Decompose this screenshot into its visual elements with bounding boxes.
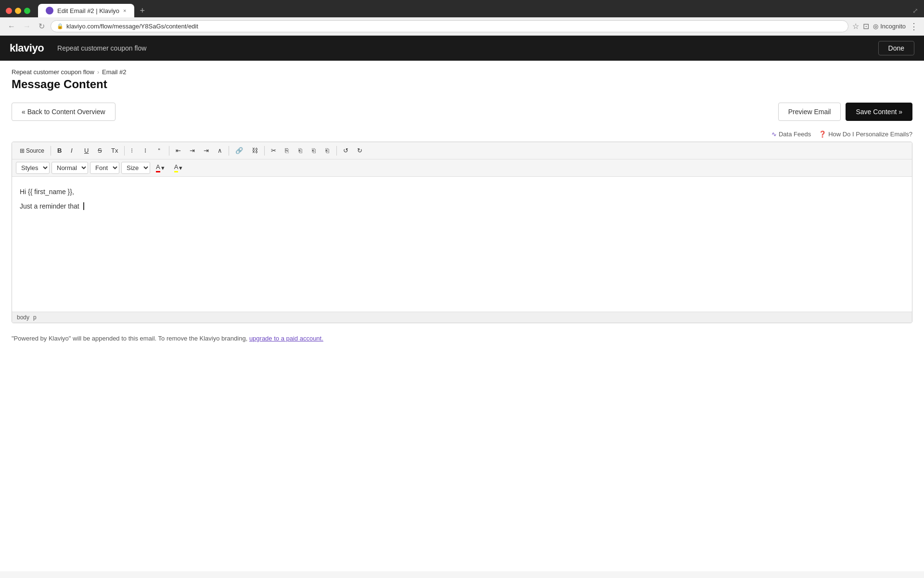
cut-button[interactable]: ✂ [267, 145, 280, 156]
breadcrumb-flow-link[interactable]: Repeat customer coupon flow [12, 68, 94, 76]
preview-email-button[interactable]: Preview Email [778, 103, 841, 121]
editor-line-1: Hi {{ first_name }}, [20, 186, 904, 197]
paste-text-button[interactable]: ⎗ [308, 145, 321, 156]
strikethrough-icon: S [98, 147, 102, 154]
editor-toolbar-row1: ⊞ Source B I U S Tx ⁝ ⁞ “ ⇤ ⇥ ⇥ ∧ 🔗 ⛓ ✂ … [12, 142, 912, 159]
fullscreen-traffic-light[interactable] [24, 8, 30, 14]
personalize-emails-link[interactable]: ❓ How Do I Personalize Emails? [819, 131, 912, 138]
format-select[interactable]: Normal [51, 162, 88, 174]
incognito-icon: ◎ [873, 23, 878, 30]
toolbar-divider-5 [264, 146, 265, 156]
undo-icon: ↺ [343, 147, 348, 154]
app-header: klaviyo Repeat customer coupon flow Done [0, 36, 924, 61]
breadcrumb: Repeat customer coupon flow › Email #2 [12, 68, 912, 76]
text-cursor [81, 202, 84, 210]
url-text: klaviyo.com/flow/message/Y8SaGs/content/… [66, 23, 842, 30]
paste-text-icon: ⎗ [312, 147, 316, 154]
done-button[interactable]: Done [878, 41, 914, 55]
action-bar: « Back to Content Overview Preview Email… [0, 95, 924, 129]
tab-label: Edit Email #2 | Klaviyo [57, 7, 119, 14]
align-right-button[interactable]: ⇥ [200, 145, 213, 156]
copy-button[interactable]: ⎘ [281, 145, 294, 156]
align-left-icon: ⇤ [176, 147, 181, 154]
unlink-button[interactable]: ⛓ [248, 145, 262, 156]
upgrade-link[interactable]: upgrade to a paid account. [249, 335, 323, 342]
styles-select[interactable]: Styles [16, 162, 50, 174]
blockquote-button[interactable]: “ [154, 145, 167, 156]
editor-line-2: Just a reminder that [20, 201, 904, 211]
toolbar-divider-6 [336, 146, 337, 156]
align-right-icon: ⇥ [204, 147, 209, 154]
italic-button[interactable]: I [67, 145, 79, 156]
cut-icon: ✂ [271, 147, 276, 154]
paste-button[interactable]: ⎗ [295, 145, 307, 156]
window-maximize: ⤢ [912, 7, 918, 14]
toolbar-divider-1 [51, 146, 51, 156]
editor-content[interactable]: Hi {{ first_name }}, Just a reminder tha… [12, 177, 912, 312]
back-nav-button[interactable]: ← [6, 21, 17, 32]
editor-container: ⊞ Source B I U S Tx ⁝ ⁞ “ ⇤ ⇥ ⇥ ∧ 🔗 ⛓ ✂ … [12, 142, 912, 323]
page-container: Repeat customer coupon flow › Email #2 M… [0, 61, 924, 571]
align-center-button[interactable]: ⇥ [186, 145, 199, 156]
tab-favicon [46, 7, 53, 14]
unlink-icon: ⛓ [252, 147, 258, 154]
italic-icon: I [71, 147, 73, 154]
back-to-content-button[interactable]: « Back to Content Overview [12, 103, 116, 121]
traffic-lights [6, 8, 30, 14]
align-left-button[interactable]: ⇤ [172, 145, 185, 156]
size-select[interactable]: Size [121, 162, 150, 174]
paste-word-icon: ⎗ [325, 147, 329, 154]
browser-tab[interactable]: Edit Email #2 | Klaviyo × [38, 4, 134, 17]
unordered-list-button[interactable]: ⁝ [127, 145, 140, 156]
redo-button[interactable]: ↻ [353, 145, 366, 156]
new-tab-button[interactable]: + [140, 6, 145, 16]
page-header: Repeat customer coupon flow › Email #2 M… [0, 61, 924, 95]
clear-format-icon: Tx [111, 147, 118, 154]
personalize-label: How Do I Personalize Emails? [828, 131, 912, 138]
reload-button[interactable]: ↻ [37, 21, 47, 32]
header-flow-name: Repeat customer coupon flow [57, 44, 146, 52]
undo-button[interactable]: ↺ [339, 145, 352, 156]
breadcrumb-current: Email #2 [102, 68, 127, 76]
toolbar-divider-2 [124, 146, 125, 156]
source-label: Source [26, 147, 44, 154]
page-title: Message Content [12, 78, 912, 91]
paste-from-word-button[interactable]: ⎗ [321, 145, 334, 156]
tab-close-btn[interactable]: × [123, 8, 126, 13]
address-bar[interactable]: 🔒 klaviyo.com/flow/message/Y8SaGs/conten… [51, 20, 848, 32]
minimize-traffic-light[interactable] [15, 8, 21, 14]
bg-color-dropdown-icon: ▾ [179, 164, 182, 171]
lock-icon: 🔒 [57, 23, 64, 29]
ul-icon: ⁝ [131, 147, 133, 154]
breadcrumb-separator: › [97, 69, 99, 76]
extensions-icon[interactable]: ⊡ [863, 22, 869, 31]
bg-color-button[interactable]: A ▾ [170, 161, 187, 174]
source-button[interactable]: ⊞ Source [16, 145, 48, 156]
data-feeds-link[interactable]: ∿ Data Feeds [771, 131, 811, 138]
source-icon: ⊞ [20, 147, 25, 154]
data-feeds-label: Data Feeds [779, 131, 811, 138]
ordered-list-button[interactable]: ⁞ [141, 145, 153, 156]
font-color-dropdown-icon: ▾ [161, 164, 165, 171]
bookmark-icon[interactable]: ☆ [852, 22, 859, 31]
save-content-button[interactable]: Save Content » [846, 103, 912, 121]
klaviyo-logo: klaviyo [10, 42, 44, 54]
forward-nav-button[interactable]: → [21, 21, 33, 32]
action-buttons-right: Preview Email Save Content » [778, 103, 912, 121]
incognito-button[interactable]: ◎ Incognito [873, 23, 906, 30]
address-bar-actions: ☆ ⊡ ◎ Incognito ⋮ [852, 21, 918, 32]
bold-button[interactable]: B [53, 145, 66, 156]
more-options-button[interactable]: ⋮ [910, 21, 918, 32]
editor-toolbar-row2: Styles Normal Font Size A ▾ A [12, 159, 912, 177]
align-justify-button[interactable]: ∧ [214, 145, 226, 156]
copy-icon: ⎘ [285, 147, 289, 154]
insert-link-button[interactable]: 🔗 [231, 145, 247, 156]
browser-chrome: Edit Email #2 | Klaviyo × + ⤢ [0, 0, 924, 17]
font-color-button[interactable]: A ▾ [152, 161, 168, 174]
clear-format-button[interactable]: Tx [107, 145, 122, 156]
close-traffic-light[interactable] [6, 8, 12, 14]
blockquote-icon: “ [158, 147, 160, 154]
underline-button[interactable]: U [80, 145, 93, 156]
strikethrough-button[interactable]: S [94, 145, 106, 156]
font-select[interactable]: Font [90, 162, 119, 174]
